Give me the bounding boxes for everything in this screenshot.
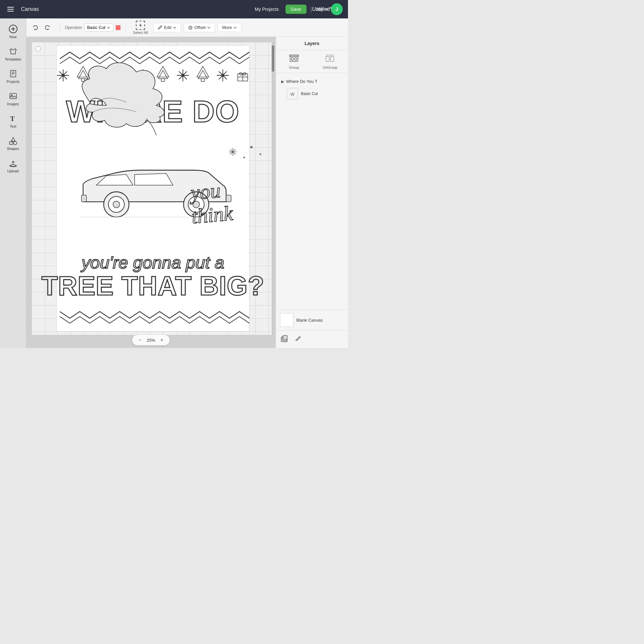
svg-text:you're gonna put a: you're gonna put a [81, 253, 224, 272]
sidebar-item-templates[interactable]: Templates [2, 43, 25, 64]
zoom-in-button[interactable]: + [158, 336, 166, 344]
color-dot[interactable] [115, 25, 121, 30]
operation-value: Basic Cut [87, 25, 106, 30]
operation-group: Operation Basic Cut [65, 23, 121, 32]
layers-tools: Group UnGroup [276, 50, 348, 73]
redo-icon [44, 24, 51, 31]
svg-text:T: T [10, 115, 15, 122]
header: Canvas Untitled* My Projects Save | Joy … [0, 0, 348, 18]
plus-icon [9, 24, 18, 34]
undo-button[interactable] [30, 22, 41, 33]
sidebar-item-shapes-label: Shapes [7, 147, 19, 151]
ungroup-icon [325, 54, 335, 64]
svg-text:think: think [191, 202, 234, 228]
edit-label: Edit [164, 25, 171, 30]
layers-bottom-btn-1[interactable] [279, 333, 290, 345]
more-button[interactable]: More [218, 23, 241, 32]
layer-item-1[interactable]: W Basic Cut [279, 86, 345, 102]
ungroup-label: UnGroup [323, 65, 337, 69]
zoom-level: 25% [147, 338, 155, 343]
svg-text:★: ★ [249, 144, 254, 150]
canvas-scroll-thumb[interactable] [272, 45, 274, 72]
image-icon [9, 91, 18, 101]
group-label: Group [289, 65, 299, 69]
svg-text:you: you [188, 179, 221, 205]
offset-button[interactable]: Offset [184, 23, 215, 32]
sidebar-item-shapes[interactable]: Shapes [2, 133, 25, 154]
center-content: Operation Basic Cut Select All [26, 18, 348, 348]
layers-panel: Layers Group [276, 37, 348, 348]
svg-text:TREE THAT BIG?: TREE THAT BIG? [41, 271, 264, 301]
sidebar-item-upload-label: Upload [7, 169, 19, 173]
layer-thumbnail: W [286, 88, 298, 100]
group-button[interactable]: Group [276, 50, 312, 73]
ungroup-button[interactable]: UnGroup [312, 50, 348, 73]
svg-point-19 [190, 27, 191, 28]
layers-arrange-icon [281, 335, 288, 342]
layers-bottom-btn-2[interactable] [292, 333, 304, 345]
svg-rect-0 [7, 7, 14, 8]
svg-rect-84 [295, 58, 297, 60]
avatar[interactable]: J [331, 3, 343, 15]
canvas-art-area[interactable]: WHERE DO [32, 42, 274, 335]
text-icon: T [9, 114, 18, 123]
more-chevron-icon [233, 26, 237, 30]
canvas-scrollbar[interactable] [272, 42, 274, 335]
offset-icon [188, 25, 193, 30]
layer-thumb-icon: W [287, 88, 298, 99]
zoom-out-button[interactable]: − [136, 336, 144, 344]
main-area: New Templates Projects Images [0, 18, 348, 348]
svg-rect-93 [283, 335, 287, 339]
bookmark-icon [9, 69, 18, 78]
svg-rect-15 [10, 142, 13, 144]
svg-rect-86 [326, 56, 329, 62]
toolbar-divider-1 [60, 23, 60, 33]
svg-line-94 [300, 336, 300, 337]
sidebar-item-images[interactable]: Images [2, 88, 25, 109]
canvas-layers-row: WHERE DO [26, 37, 348, 348]
svg-rect-83 [291, 58, 293, 60]
select-all-btn[interactable]: Select All [130, 19, 150, 36]
canvas-container[interactable]: WHERE DO [26, 37, 276, 348]
layer-item-name: Basic Cut [301, 91, 318, 96]
document-title: Untitled* [312, 6, 332, 12]
svg-rect-69 [82, 195, 87, 202]
my-projects-button[interactable]: My Projects [252, 5, 281, 13]
shirt-icon [9, 47, 18, 56]
svg-rect-6 [11, 70, 16, 77]
layers-footer: Blank Canvas [276, 310, 348, 330]
sidebar-item-images-label: Images [7, 102, 19, 106]
select-all-label: Select All [133, 31, 148, 35]
sidebar-item-text-label: Text [10, 124, 16, 128]
layers-title: Layers [276, 37, 348, 50]
hamburger-menu-button[interactable] [5, 4, 16, 14]
svg-rect-87 [331, 56, 334, 62]
select-all-icon [136, 21, 145, 30]
operation-chevron-icon [107, 26, 111, 30]
group-icon [289, 54, 299, 64]
svg-line-17 [161, 26, 162, 26]
sidebar-item-new[interactable]: New [2, 21, 25, 42]
toolbar-divider-2 [125, 23, 126, 33]
svg-point-64 [113, 201, 120, 208]
blank-canvas-thumbnail [280, 313, 294, 327]
sidebar-item-text[interactable]: T Text [2, 111, 25, 132]
redo-button[interactable] [42, 22, 53, 33]
operation-select[interactable]: Basic Cut [84, 23, 114, 32]
svg-rect-10 [10, 93, 16, 99]
edit-chevron-icon [173, 26, 177, 30]
svg-marker-13 [11, 137, 15, 141]
operation-label: Operation [65, 25, 82, 30]
offset-chevron-icon [207, 26, 211, 30]
sidebar-item-projects[interactable]: Projects [2, 66, 25, 87]
undo-icon [32, 24, 39, 31]
more-label: More [222, 25, 232, 30]
layer-group-header[interactable]: ▶ Where Do You T [279, 77, 345, 86]
layers-content: ▶ Where Do You T W Basic Cut [276, 73, 348, 310]
svg-rect-2 [7, 11, 14, 12]
shapes-icon [9, 136, 18, 145]
save-button[interactable]: Save [285, 5, 307, 14]
offset-label: Offset [194, 25, 206, 30]
sidebar-item-upload[interactable]: Upload [2, 155, 25, 176]
edit-button[interactable]: Edit [153, 23, 181, 32]
